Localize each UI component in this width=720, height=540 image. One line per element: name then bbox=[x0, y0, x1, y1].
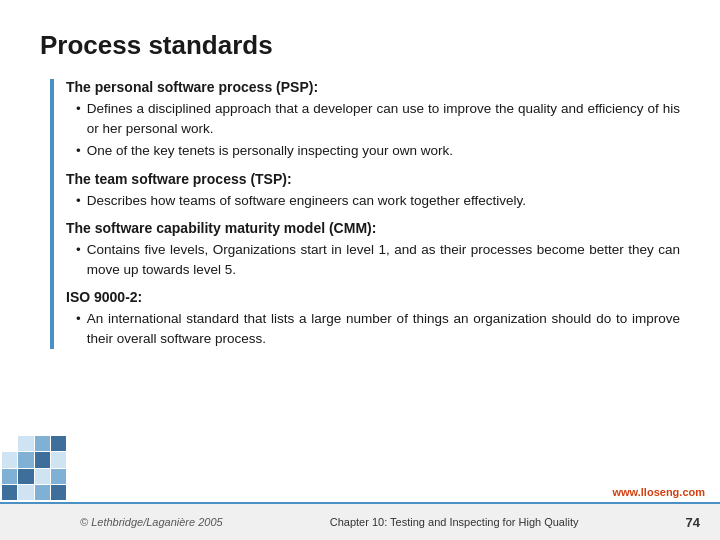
content-box: The personal software process (PSP): • D… bbox=[50, 79, 680, 349]
section-psp-heading: The personal software process (PSP): bbox=[66, 79, 680, 95]
section-iso-heading: ISO 9000-2: bbox=[66, 289, 680, 305]
list-item: • Contains five levels, Organizations st… bbox=[76, 240, 680, 279]
footer-copyright: © Lethbridge/Laganière 2005 bbox=[80, 516, 223, 528]
bullet-icon: • bbox=[76, 309, 81, 329]
bullet-icon: • bbox=[76, 141, 81, 161]
bullet-text: Contains five levels, Organizations star… bbox=[87, 240, 680, 279]
bullet-icon: • bbox=[76, 191, 81, 211]
footer-chapter: Chapter 10: Testing and Inspecting for H… bbox=[330, 516, 579, 528]
bullet-text: One of the key tenets is personally insp… bbox=[87, 141, 680, 161]
bullet-icon: • bbox=[76, 99, 81, 119]
footer: © Lethbridge/Laganière 2005 Chapter 10: … bbox=[0, 502, 720, 540]
list-item: • One of the key tenets is personally in… bbox=[76, 141, 680, 161]
bullet-icon: • bbox=[76, 240, 81, 260]
bullet-text: Defines a disciplined approach that a de… bbox=[87, 99, 680, 138]
list-item: • An international standard that lists a… bbox=[76, 309, 680, 348]
bullet-text: Describes how teams of software engineer… bbox=[87, 191, 680, 211]
list-item: • Describes how teams of software engine… bbox=[76, 191, 680, 211]
url-bar: www.lloseng.com bbox=[613, 486, 706, 498]
decorative-blocks bbox=[0, 434, 68, 502]
section-cmm-heading: The software capability maturity model (… bbox=[66, 220, 680, 236]
section-tsp-heading: The team software process (TSP): bbox=[66, 171, 680, 187]
footer-page: 74 bbox=[686, 515, 700, 530]
page-title: Process standards bbox=[40, 30, 680, 61]
list-item: • Defines a disciplined approach that a … bbox=[76, 99, 680, 138]
bullet-text: An international standard that lists a l… bbox=[87, 309, 680, 348]
main-content: Process standards The personal software … bbox=[0, 0, 720, 372]
